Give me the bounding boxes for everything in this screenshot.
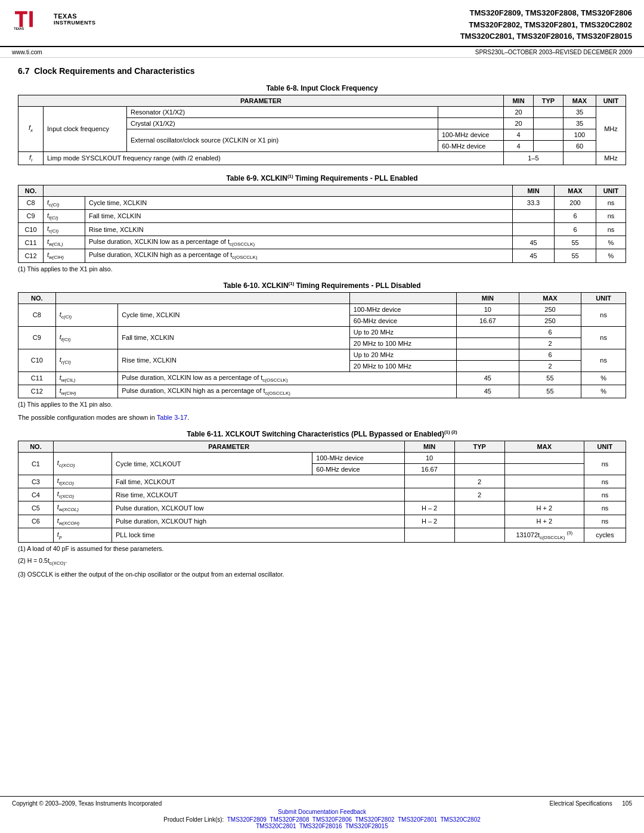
resonator-typ <box>534 106 564 117</box>
t11-max-header: MAX <box>504 441 584 453</box>
c10-unit: ns <box>596 223 626 236</box>
footer-section-page: Electrical Specifications 105 <box>550 800 632 807</box>
t10-c10-symbol: tr(CI) <box>55 349 118 371</box>
resonator-max: 35 <box>564 106 596 117</box>
title-line1: TMS320F2809, TMS320F2808, TMS320F2806 <box>460 7 632 19</box>
table-row: C10 tr(CI) Rise time, XCLKIN Up to 20 MH… <box>18 349 626 360</box>
table11-note3: (3) OSCCLK is either the output of the o… <box>18 571 626 578</box>
product-link-f2802[interactable]: TMS320F2802 <box>355 816 394 823</box>
c11-min: 45 <box>513 236 555 249</box>
c8-desc: Cycle time, XCLKIN <box>85 196 513 209</box>
table317-link[interactable]: Table 3-17 <box>157 414 187 421</box>
t11-c6-unit: ns <box>584 515 626 528</box>
c12-unit: % <box>596 249 626 262</box>
t10-c9-20-max: 6 <box>519 326 581 337</box>
c9-symbol: tf(CI) <box>44 209 85 222</box>
table-row: C1 tc(XCO) Cycle time, XCLKOUT 100-MHz d… <box>18 453 626 464</box>
t9-unit-header: UNIT <box>596 185 626 196</box>
t10-c8-60-min: 16.67 <box>457 315 519 326</box>
product-link-f2809[interactable]: TMS320F2809 <box>227 816 267 823</box>
table-row: tp PLL lock time 131072tc(OSCCLK) (3) cy… <box>18 528 626 542</box>
t11-tp-typ <box>454 528 504 542</box>
t10-c12-symbol: tw(CIH) <box>55 385 118 398</box>
svg-text:INSTRUMENTS: INSTRUMENTS <box>14 30 32 31</box>
product-link-f28016[interactable]: TMS320F28016 <box>299 823 342 829</box>
product-link-f28015[interactable]: TMS320F28015 <box>345 823 388 829</box>
table10-note: (1) This applies to the X1 pin also. <box>18 401 626 408</box>
table-row: fx Input clock frequency Resonator (X1/X… <box>18 106 626 117</box>
t11-param-header: PARAMETER <box>53 441 404 453</box>
product-links-label: Product Folder Link(s): <box>163 816 224 823</box>
submit-feedback-link[interactable]: Submit Documentation Feedback <box>278 809 366 815</box>
t11-c1-desc: Cycle time, XCLKOUT <box>112 453 312 475</box>
t11-c5-desc: Pulse duration, XCLKOUT low <box>112 501 404 515</box>
fx-unit: MHz <box>596 106 626 151</box>
c9-desc: Fall time, XCLKIN <box>85 209 513 222</box>
t11-c1-100-max <box>504 453 584 464</box>
product-link-c2802[interactable]: TMS320C2802 <box>441 816 481 823</box>
c11-no: C11 <box>18 236 44 249</box>
product-link-f2806[interactable]: TMS320F2806 <box>312 816 352 823</box>
product-link-c2801[interactable]: TMS320C2801 <box>256 823 296 829</box>
t11-min-header: MIN <box>404 441 454 453</box>
t11-c5-max: H + 2 <box>504 501 584 515</box>
c10-no: C10 <box>18 223 44 236</box>
t10-no-header: NO. <box>18 292 56 304</box>
t9-no-header: NO. <box>18 185 44 196</box>
t10-c12-desc: Pulse duration, XCLKIN high as a percent… <box>118 385 457 398</box>
t11-c4-desc: Rise time, XCLKOUT <box>112 488 404 501</box>
table-row: C11 tw(CIL) Pulse duration, XCLKIN low a… <box>18 236 626 249</box>
title-line3: TMS320C2801, TMS320F28016, TMS320F28015 <box>460 30 632 42</box>
crystal-max: 35 <box>564 117 596 129</box>
page-footer: Copyright © 2003–2009, Texas Instruments… <box>0 796 644 833</box>
t11-c3-min <box>404 475 454 488</box>
c8-min: 33.3 <box>513 196 555 209</box>
ext-osc-100-typ <box>534 129 564 140</box>
c12-desc: Pulse duration, XCLKIN high as a percent… <box>85 249 513 262</box>
t11-c6-no: C6 <box>18 515 54 528</box>
table-row: C9 tf(CI) Fall time, XCLKIN 6 ns <box>18 209 626 222</box>
table-row: C3 tf(XCO) Fall time, XCLKOUT 2 ns <box>18 475 626 488</box>
section-heading: 6.7 Clock Requirements and Characteristi… <box>18 66 626 76</box>
t10-c10-100: 20 MHz to 100 MHz <box>349 360 456 371</box>
t11-c6-symbol: tw(XCOH) <box>53 515 112 528</box>
t11-c3-desc: Fall time, XCLKOUT <box>112 475 404 488</box>
ext-osc-100-device: 100-MHz device <box>438 129 504 140</box>
title-line2: TMS320F2802, TMS320F2801, TMS320C2802 <box>460 19 632 31</box>
logo-area: TEXAS INSTRUMENTS TEXAS INSTRUMENTS <box>12 7 96 31</box>
t11-c4-no: C4 <box>18 488 54 501</box>
t11-c4-unit: ns <box>584 488 626 501</box>
t10-c9-20-min <box>457 326 519 337</box>
t11-c4-max <box>504 488 584 501</box>
t10-c12-max: 55 <box>519 385 581 398</box>
product-link-f2801[interactable]: TMS320F2801 <box>398 816 437 823</box>
t10-c9-100-min <box>457 337 519 349</box>
fx-desc: Input clock frequency <box>44 106 127 151</box>
t11-tp-symbol: tp <box>53 528 112 542</box>
section-title: Clock Requirements and Characteristics <box>34 66 194 76</box>
resonator-device <box>438 106 504 117</box>
t10-c11-unit: % <box>581 371 626 385</box>
t11-tp-desc: PLL lock time <box>112 528 404 542</box>
t10-c8-desc: Cycle time, XCLKIN <box>118 304 349 326</box>
t10-c10-100-max: 2 <box>519 360 581 371</box>
t10-c8-no: C8 <box>18 304 56 326</box>
t11-c1-60: 60-MHz device <box>312 464 404 475</box>
t10-c11-min: 45 <box>457 371 519 385</box>
t11-tp-min <box>404 528 454 542</box>
t11-c6-min: H – 2 <box>404 515 454 528</box>
table8: PARAMETER MIN TYP MAX UNIT fx Input cloc… <box>18 95 626 165</box>
c9-no: C9 <box>18 209 44 222</box>
t10-c8-symbol: tc(CI) <box>55 304 118 326</box>
t10-c9-symbol: tf(CI) <box>55 326 118 349</box>
product-link-f2808[interactable]: TMS320F2808 <box>270 816 309 823</box>
t10-c11-desc: Pulse duration, XCLKIN low as a percenta… <box>118 371 457 385</box>
table9-heading: Table 6-9. XCLKIN(1) Timing Requirements… <box>18 174 626 182</box>
t11-c1-60-typ <box>454 464 504 475</box>
t11-c5-unit: ns <box>584 501 626 515</box>
table-row: C8 tc(CI) Cycle time, XCLKIN 33.3 200 ns <box>18 196 626 209</box>
t11-typ-header: TYP <box>454 441 504 453</box>
t10-c9-desc: Fall time, XCLKIN <box>118 326 349 349</box>
ext-osc-60-max: 60 <box>564 140 596 151</box>
t10-c8-100-min: 10 <box>457 304 519 315</box>
